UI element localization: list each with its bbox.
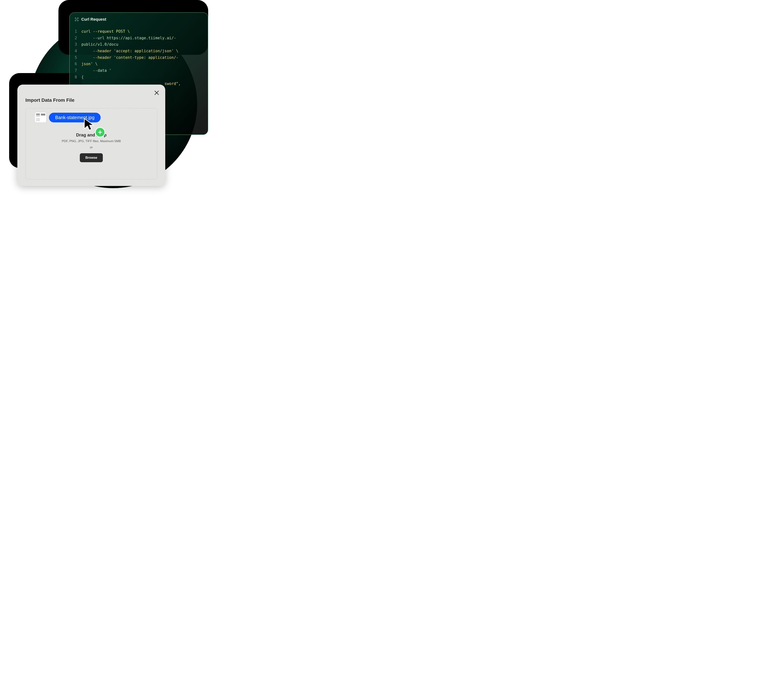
code-content: curl --request POST \ --url https://api.… — [81, 28, 181, 87]
code-line: --url https://api.stage.tiimely.ai/- — [81, 36, 176, 40]
svg-rect-0 — [76, 19, 77, 20]
browse-button[interactable]: Browse — [80, 153, 103, 162]
code-line: --data ' — [81, 68, 111, 73]
dropzone-subtext: PDF, PNG, JPG, TIFF files. Maximum 5MB — [62, 139, 121, 143]
file-chip-label: Bank-statement.jpg — [55, 115, 94, 120]
file-chip[interactable]: Bank-statement.jpg — [49, 113, 101, 122]
dragged-file-overlay: Bank-statement.jpg — [35, 112, 101, 123]
scan-icon — [75, 17, 79, 21]
import-data-modal: Import Data From File Drag and Drop PDF,… — [17, 84, 165, 186]
dropzone-heading: Drag and Drop — [76, 133, 107, 138]
close-button[interactable] — [154, 90, 160, 96]
code-line: { — [81, 75, 84, 79]
code-block: 1 2 3 4 5 6 7 8 curl --request POST \ --… — [70, 23, 208, 92]
code-gutter: 1 2 3 4 5 6 7 8 — [75, 28, 81, 87]
code-line: public/v1.0/docu — [81, 42, 118, 47]
file-thumbnail-icon — [35, 112, 46, 123]
code-line: curl --request POST \ — [81, 29, 130, 34]
code-line: --header 'accept: application/json' \ — [81, 49, 178, 53]
modal-title: Import Data From File — [25, 97, 157, 103]
code-line: json' \ — [81, 62, 98, 66]
code-line: --header 'content-type: application/- — [81, 55, 178, 60]
dropzone-or-label: or — [90, 145, 92, 149]
code-panel-title: Curl Request — [81, 17, 106, 22]
